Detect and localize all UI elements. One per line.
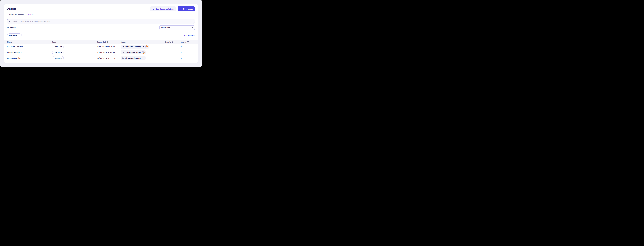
- header-actions: See documentation New asset: [150, 6, 195, 11]
- asset-name: Windows-Desktop-S1: [125, 46, 144, 48]
- type-badge: Hostname: [52, 56, 64, 60]
- alerts-count: 0: [181, 51, 195, 54]
- atom-name: Windows-Desktop: [7, 46, 52, 48]
- sort-desc-icon: [106, 41, 108, 43]
- events-count: 0: [165, 46, 181, 48]
- events-count: 0: [165, 57, 181, 59]
- assets-page: Assets See documentation: [0, 0, 202, 67]
- atom-name: Linux-Desktop-S1: [7, 51, 52, 54]
- tab-identified-assets[interactable]: Identified assets: [9, 13, 24, 17]
- tab-atoms[interactable]: Atoms: [28, 13, 34, 17]
- see-documentation-label: See documentation: [156, 8, 174, 10]
- atoms-table: Name Type Created at Asse: [4, 40, 198, 63]
- alerts-count: 0: [181, 57, 195, 59]
- table-row[interactable]: windows-desktop Hostname 12/05/2023 12:0…: [4, 55, 198, 61]
- alerts-count: 0: [181, 46, 195, 48]
- filter-type-select[interactable]: Hostname: [160, 25, 195, 30]
- see-documentation-button[interactable]: See documentation: [150, 6, 176, 11]
- column-header-name: Name: [7, 41, 52, 43]
- column-header-type: Type: [52, 41, 97, 43]
- clear-all-filters-link[interactable]: Clear all filters: [182, 34, 195, 37]
- filter-type-value: Hostname: [161, 27, 187, 29]
- asset-score-value: 50: [145, 45, 148, 48]
- filter-row: hostname Clear all filters: [7, 33, 195, 37]
- asset-name: Linux-Desktop-S1: [125, 51, 141, 53]
- toolbar: 11 Atoms Hostname: [7, 25, 195, 30]
- card-header: Assets See documentation: [4, 4, 198, 11]
- search-bar: [7, 19, 195, 24]
- table-body: Windows-Desktop Hostname 16/05/2023 09:3…: [4, 44, 198, 61]
- column-header-alerts: Alerts: [181, 41, 195, 43]
- devices-icon: [122, 57, 124, 59]
- devices-icon: [122, 51, 124, 54]
- table-row[interactable]: Linux-Desktop-S1 Hostname 15/05/2023 14:…: [4, 50, 198, 55]
- devices-icon: [122, 46, 124, 48]
- asset-score-badge: 50: [142, 51, 145, 54]
- filter-chip-hostname: hostname: [7, 33, 22, 37]
- asset-score-badge: 0: [142, 57, 144, 60]
- info-icon[interactable]: [187, 41, 189, 43]
- type-badge: Hostname: [52, 45, 64, 49]
- atom-name: windows-desktop: [7, 57, 52, 59]
- asset-link[interactable]: Windows-Desktop-S1 50: [120, 45, 149, 49]
- asset-link[interactable]: windows-desktop 0: [120, 56, 146, 60]
- atoms-count: 11 Atoms: [7, 27, 16, 29]
- remove-filter-icon[interactable]: [18, 35, 20, 36]
- column-header-events: Events: [165, 41, 181, 43]
- column-header-assets: Assets: [120, 41, 165, 43]
- plus-icon: [180, 8, 182, 10]
- search-input[interactable]: [13, 20, 193, 23]
- search-icon: [9, 20, 12, 23]
- asset-score-value: 50: [142, 51, 145, 54]
- new-asset-button[interactable]: New asset: [178, 6, 195, 11]
- external-link-icon: [152, 8, 154, 10]
- tabs-bar: Identified assets Atoms: [4, 13, 198, 17]
- asset-score-value: 0: [142, 57, 144, 60]
- created-at-value: 15/05/2023 14:23:08: [97, 51, 120, 54]
- created-at-value: 16/05/2023 09:31:22: [97, 46, 120, 48]
- asset-name: windows-desktop: [125, 57, 141, 59]
- info-icon[interactable]: [172, 41, 173, 43]
- assets-card: Assets See documentation: [4, 4, 198, 63]
- table-header: Name Type Created at Asse: [4, 40, 198, 44]
- asset-link[interactable]: Linux-Desktop-S1 50: [120, 50, 146, 54]
- page-title: Assets: [7, 7, 16, 10]
- events-count: 0: [165, 51, 181, 54]
- created-at-value: 12/05/2023 12:06:18: [97, 57, 120, 59]
- clear-filter-icon[interactable]: [188, 27, 190, 29]
- filter-chip-label: hostname: [9, 35, 17, 36]
- column-header-created-at[interactable]: Created at: [97, 41, 120, 43]
- new-asset-label: New asset: [183, 8, 192, 10]
- chevron-down-icon[interactable]: [191, 27, 193, 29]
- asset-score-badge: 50: [145, 45, 148, 48]
- table-row[interactable]: Windows-Desktop Hostname 16/05/2023 09:3…: [4, 44, 198, 50]
- type-badge: Hostname: [52, 51, 64, 54]
